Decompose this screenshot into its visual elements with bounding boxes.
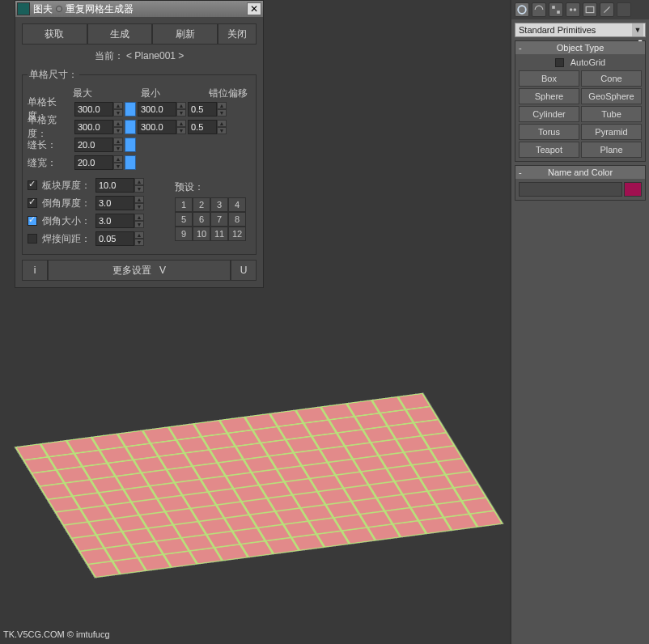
object-type-header[interactable]: - Object Type <box>515 41 645 54</box>
tile <box>219 460 250 475</box>
tile <box>251 512 282 527</box>
primitive-plane-button[interactable]: Plane <box>581 142 642 158</box>
primitive-cone-button[interactable]: Cone <box>581 70 642 87</box>
tile <box>412 505 443 519</box>
tile <box>305 421 336 435</box>
primitive-box-button[interactable]: Box <box>519 70 579 87</box>
tile <box>415 420 446 434</box>
primitive-geosphere-button[interactable]: GeoSphere <box>581 88 642 104</box>
tile <box>216 545 247 560</box>
tile <box>124 529 155 544</box>
tile <box>117 473 148 488</box>
tile <box>114 558 145 573</box>
autogrid-checkbox[interactable] <box>555 58 564 67</box>
tile <box>345 485 375 500</box>
tile <box>310 519 341 533</box>
svg-point-4 <box>574 8 577 11</box>
tile <box>50 454 81 468</box>
tiled-plane[interactable] <box>15 393 503 578</box>
tile <box>141 513 172 527</box>
primitive-tube-button[interactable]: Tube <box>581 106 642 122</box>
primitive-sphere-button[interactable]: Sphere <box>519 88 579 104</box>
tile <box>49 497 79 511</box>
tile <box>68 438 99 452</box>
tile <box>106 545 137 560</box>
svg-rect-5 <box>586 6 594 12</box>
object-color-swatch[interactable] <box>624 182 642 197</box>
tile <box>270 453 301 468</box>
tile <box>422 433 453 447</box>
object-name-input[interactable] <box>519 182 622 197</box>
tile <box>252 470 283 485</box>
tile <box>372 440 403 455</box>
modify-tab-icon[interactable] <box>532 2 546 17</box>
tile <box>211 447 242 462</box>
tile <box>126 444 157 459</box>
category-value: Standard Primitives <box>519 25 596 35</box>
name-color-header[interactable]: - Name and Color <box>515 166 645 179</box>
tile <box>430 489 460 503</box>
tile <box>152 441 183 455</box>
tile <box>236 443 267 458</box>
tile <box>321 447 352 461</box>
tile <box>354 456 385 471</box>
tile <box>329 460 359 474</box>
tile <box>330 417 361 432</box>
hierarchy-tab-icon[interactable] <box>549 2 563 17</box>
utilities-tab-icon[interactable] <box>600 2 614 17</box>
tile <box>90 519 121 534</box>
tile <box>160 454 191 468</box>
tile <box>200 519 231 533</box>
tile <box>471 511 502 526</box>
tile <box>278 467 309 481</box>
tile <box>269 496 299 511</box>
command-panel-tabs <box>511 0 649 19</box>
create-tab-icon[interactable] <box>515 2 529 17</box>
tile <box>322 405 353 419</box>
tile <box>297 408 328 422</box>
motion-tab-icon[interactable] <box>566 2 580 17</box>
tile <box>422 476 452 490</box>
primitive-cylinder-button[interactable]: Cylinder <box>519 106 579 122</box>
tile <box>399 394 430 409</box>
tile <box>295 450 326 464</box>
tile <box>445 515 476 529</box>
tile <box>386 509 417 523</box>
tile <box>243 499 274 514</box>
tile <box>108 503 138 518</box>
category-dropdown[interactable]: Standard Primitives ▼ ↖ <box>515 23 646 37</box>
primitive-torus-button[interactable]: Torus <box>519 124 579 140</box>
tile <box>318 532 349 546</box>
tile <box>363 469 393 484</box>
tile <box>259 525 290 540</box>
tile <box>279 424 310 439</box>
tile <box>208 532 239 547</box>
tile <box>185 451 216 465</box>
tile <box>140 555 171 570</box>
tile <box>405 450 436 464</box>
tile <box>320 489 350 504</box>
viewport[interactable] <box>0 0 510 644</box>
tile <box>302 506 333 520</box>
collapse-icon: - <box>519 43 522 53</box>
object-type-title: Object Type <box>557 43 604 53</box>
extra-tab-icon[interactable] <box>617 2 631 17</box>
primitive-pyramid-button[interactable]: Pyramid <box>581 124 642 140</box>
tile <box>246 414 277 429</box>
autogrid-label: AutoGrid <box>571 57 605 67</box>
svg-point-3 <box>570 8 573 11</box>
tile <box>176 480 207 494</box>
tile <box>348 400 379 415</box>
tile <box>91 477 122 492</box>
tile <box>369 525 400 540</box>
tile <box>32 471 63 485</box>
display-tab-icon[interactable] <box>583 2 597 17</box>
object-type-rollup: - Object Type AutoGrid BoxConeSphereGeoS… <box>515 40 646 162</box>
tile <box>353 499 384 514</box>
tile <box>132 542 163 557</box>
tile <box>58 468 89 482</box>
primitive-teapot-button[interactable]: Teapot <box>519 142 579 158</box>
tile <box>40 484 71 498</box>
tile <box>125 486 156 501</box>
tile <box>159 496 189 511</box>
